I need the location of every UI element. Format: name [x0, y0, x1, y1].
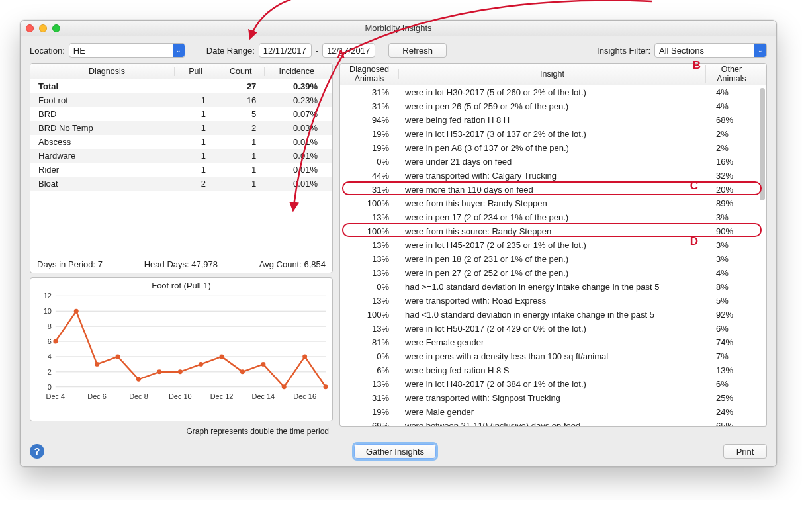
- chevron-updown-icon: ⌄: [754, 44, 766, 57]
- list-item[interactable]: 13%were in pen 18 (2 of 231 or 1% of the…: [340, 252, 766, 266]
- list-item[interactable]: 0%were in pens with a density less than …: [340, 349, 766, 363]
- date-separator: -: [316, 46, 318, 56]
- list-item[interactable]: 0%were under 21 days on feed16%: [340, 155, 766, 169]
- svg-point-31: [261, 362, 265, 367]
- table-row[interactable]: Abscess110.01%: [30, 135, 332, 149]
- svg-text:10: 10: [44, 307, 52, 315]
- table-row[interactable]: Bloat210.01%: [30, 177, 332, 191]
- table-row[interactable]: BRD150.07%: [30, 107, 332, 121]
- insights-header: Diagnosed Animals Insight Other Animals: [339, 63, 767, 85]
- svg-point-24: [116, 354, 120, 359]
- list-item[interactable]: 13%were in pen 27 (2 of 252 or 1% of the…: [340, 266, 766, 280]
- list-item[interactable]: 6%were being fed ration H 8 S13%: [340, 363, 766, 377]
- list-item[interactable]: 100%had <1.0 standard deviation in energ…: [340, 308, 766, 322]
- insights-list[interactable]: 31%were in lot H30-2017 (5 of 260 or 2% …: [339, 85, 767, 427]
- chart-panel: Foot rot (Pull 1) 024681012Dec 4Dec 6Dec…: [30, 277, 333, 421]
- list-item[interactable]: 94%were being fed ration H 8 H68%: [340, 113, 766, 127]
- svg-text:Dec 16: Dec 16: [293, 392, 316, 400]
- annotation-b: B: [693, 59, 701, 72]
- head-days: Head Days: 47,978: [144, 259, 218, 269]
- svg-point-29: [220, 354, 224, 359]
- list-item[interactable]: 31%were in pen 26 (5 of 259 or 2% of the…: [340, 99, 766, 113]
- print-button[interactable]: Print: [723, 444, 767, 459]
- svg-point-26: [157, 369, 161, 374]
- svg-text:Dec 12: Dec 12: [210, 392, 234, 400]
- daterange-label: Date Range:: [206, 46, 255, 56]
- svg-text:4: 4: [48, 353, 52, 361]
- help-icon[interactable]: ?: [30, 444, 44, 459]
- svg-text:2: 2: [48, 368, 52, 376]
- list-item[interactable]: 13%were transported with: Road Express5%: [340, 294, 766, 308]
- list-item[interactable]: 19%were in pen A8 (3 of 137 or 2% of the…: [340, 141, 766, 155]
- filter-select[interactable]: All Sections ⌄: [654, 43, 767, 58]
- svg-point-27: [178, 369, 183, 374]
- list-item[interactable]: 13%were in lot H45-2017 (2 of 235 or 1% …: [340, 238, 766, 252]
- chart-title: Foot rot (Pull 1): [30, 278, 332, 290]
- list-item[interactable]: 19%were in lot H53-2017 (3 of 137 or 2% …: [340, 127, 766, 141]
- app-window: Morbidity Insights Location: HE ⌄ Date R…: [20, 20, 777, 467]
- annotation-d: D: [690, 235, 698, 248]
- list-item[interactable]: 31%were transported with: Signpost Truck…: [340, 391, 766, 405]
- table-header: Diagnosis Pull Count Incidence: [30, 64, 332, 79]
- list-item[interactable]: 0%had >=1.0 standard deviation in energy…: [340, 280, 766, 294]
- annotation-box-d: [342, 223, 762, 237]
- refresh-button[interactable]: Refresh: [388, 43, 447, 58]
- svg-point-30: [240, 369, 245, 374]
- list-item[interactable]: 19%were Male gender24%: [340, 405, 766, 419]
- annotation-c: C: [690, 179, 698, 193]
- location-select[interactable]: HE ⌄: [69, 43, 185, 58]
- list-item[interactable]: 69%were between 21-110 (inclusive) days …: [340, 419, 766, 427]
- list-item[interactable]: 100%were from this buyer: Randy Steppen8…: [340, 197, 766, 210]
- svg-text:Dec 6: Dec 6: [87, 392, 107, 400]
- svg-text:6: 6: [48, 337, 52, 345]
- gather-insights-button[interactable]: Gather Insights: [354, 444, 436, 459]
- svg-text:Dec 14: Dec 14: [252, 392, 275, 400]
- chevron-updown-icon: ⌄: [173, 44, 185, 57]
- table-row[interactable]: Rider110.01%: [30, 163, 332, 177]
- svg-point-33: [302, 354, 307, 359]
- toolbar: Location: HE ⌄ Date Range: 12/11/2017 - …: [21, 36, 776, 63]
- date-from-input[interactable]: 12/11/2017: [259, 43, 312, 58]
- svg-point-32: [282, 384, 287, 389]
- date-to-input[interactable]: 12/17/2017: [322, 43, 375, 58]
- filter-label: Insights Filter:: [597, 46, 650, 56]
- svg-text:12: 12: [44, 292, 52, 300]
- table-footer: Days in Period: 7 Head Days: 47,978 Avg …: [33, 257, 330, 271]
- list-item[interactable]: 81%were Female gender74%: [340, 335, 766, 349]
- svg-text:8: 8: [48, 322, 52, 330]
- avg-count: Avg Count: 6,854: [259, 259, 326, 269]
- svg-point-21: [53, 339, 58, 344]
- list-item[interactable]: 31%were in lot H30-2017 (5 of 260 or 2% …: [340, 85, 766, 99]
- table-row[interactable]: BRD No Temp120.03%: [30, 121, 332, 135]
- window-title: Morbidity Insights: [21, 23, 776, 33]
- svg-point-25: [136, 377, 141, 382]
- table-row[interactable]: Foot rot1160.23%: [30, 93, 332, 107]
- svg-text:Dec 8: Dec 8: [129, 392, 148, 400]
- svg-text:0: 0: [48, 383, 52, 391]
- list-item[interactable]: 13%were in lot H48-2017 (2 of 384 or 1% …: [340, 377, 766, 391]
- svg-point-22: [74, 309, 79, 314]
- list-item[interactable]: 13%were in pen 17 (2 of 234 or 1% of the…: [340, 210, 766, 224]
- svg-text:Dec 4: Dec 4: [46, 392, 66, 400]
- titlebar: Morbidity Insights: [21, 21, 776, 36]
- chart-note: Graph represents double the time period: [30, 425, 333, 436]
- footer: ? Gather Insights Print: [21, 441, 776, 466]
- table-row[interactable]: Total270.39%: [30, 79, 332, 93]
- annotation-a: A: [337, 48, 345, 62]
- svg-point-34: [324, 384, 328, 389]
- list-item[interactable]: 13%were in lot H50-2017 (2 of 429 or 0% …: [340, 322, 766, 335]
- svg-point-28: [199, 362, 203, 367]
- svg-text:Dec 10: Dec 10: [169, 392, 192, 400]
- days-in-period: Days in Period: 7: [37, 259, 103, 269]
- line-chart: 024681012Dec 4Dec 6Dec 8Dec 10Dec 12Dec …: [30, 290, 332, 403]
- table-row[interactable]: Hardware110.01%: [30, 149, 332, 163]
- svg-point-23: [95, 362, 99, 367]
- location-label: Location:: [30, 46, 65, 56]
- annotation-box-c: [342, 181, 762, 195]
- diagnosis-table[interactable]: Diagnosis Pull Count Incidence Total270.…: [30, 63, 333, 273]
- list-item[interactable]: 44%were transported with: Calgary Trucki…: [340, 169, 766, 183]
